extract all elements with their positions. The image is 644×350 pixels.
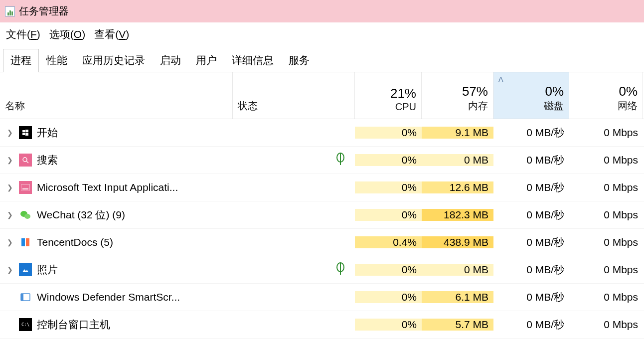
process-row[interactable]: ❯照片0%0 MB0 MB/秒0 Mbps [0,256,644,284]
process-name: TencentDocs (5) [37,236,113,248]
header-cpu[interactable]: 21% CPU [355,72,422,119]
header-memory-percent: 57% [427,84,488,99]
process-disk-cell: 0 MB/秒 [493,126,569,140]
process-name: 开始 [37,126,58,140]
svg-rect-13 [26,238,29,246]
process-name-cell[interactable]: ❯照片 [0,263,233,277]
process-name: 照片 [37,263,58,277]
keyboard-icon [19,181,32,194]
process-name: 搜索 [37,153,58,167]
svg-rect-3 [25,133,28,136]
process-network-cell: 0 Mbps [569,236,643,248]
process-cpu-cell: 0% [355,209,422,221]
window-title: 任务管理器 [19,4,69,18]
process-name-cell[interactable]: ❯开始 [0,126,233,140]
header-name-label: 名称 [5,99,227,113]
start-icon [19,126,32,139]
process-name-cell[interactable]: ❯WeChat (32 位) (9) [0,208,233,222]
process-disk-cell: 0 MB/秒 [493,263,569,277]
header-network-percent: 0% [574,84,638,99]
defender-icon [19,291,32,304]
process-name: Windows Defender SmartScr... [37,291,180,303]
console-icon: C:\ [19,318,32,331]
process-name-cell[interactable]: Windows Defender SmartScr... [0,291,233,304]
header-disk-percent: 0% [498,84,564,99]
process-status-cell [233,262,355,278]
menubar: 文件(F) 选项(O) 查看(V) [0,22,644,48]
leaf-suspended-icon [335,262,346,278]
process-name-cell[interactable]: ❯Microsoft Text Input Applicati... [0,181,233,194]
process-row[interactable]: ❯WeChat (32 位) (9)0%182.3 MB0 MB/秒0 Mbps [0,201,644,229]
header-network[interactable]: 0% 网络 [569,72,643,119]
menu-view[interactable]: 查看(V) [92,25,131,43]
expand-chevron-icon[interactable]: ❯ [6,156,14,164]
search-icon [19,154,32,167]
tab-5[interactable]: 详细信息 [224,49,281,72]
svg-rect-2 [22,133,25,135]
header-disk[interactable]: ᐱ 0% 磁盘 [493,72,569,119]
expand-chevron-icon[interactable]: ❯ [6,129,14,137]
tab-4[interactable]: 用户 [188,49,224,72]
process-cpu-cell: 0% [355,127,422,139]
tab-3[interactable]: 启动 [153,49,188,72]
svg-rect-14 [21,266,29,274]
tab-6[interactable]: 服务 [281,49,317,72]
process-memory-cell: 12.6 MB [422,181,493,193]
process-row[interactable]: ❯搜索0%0 MB0 MB/秒0 Mbps [0,147,644,174]
expand-chevron-icon[interactable]: ❯ [6,183,14,191]
svg-rect-8 [21,184,30,190]
process-disk-cell: 0 MB/秒 [493,208,569,222]
header-network-label: 网络 [574,99,638,113]
process-cpu-cell: 0% [355,154,422,166]
process-disk-cell: 0 MB/秒 [493,235,569,249]
process-row[interactable]: ❯开始0%9.1 MB0 MB/秒0 Mbps [0,119,644,147]
process-name: Microsoft Text Input Applicati... [37,181,178,193]
process-row[interactable]: Windows Defender SmartScr...0%6.1 MB0 MB… [0,284,644,311]
process-disk-cell: 0 MB/秒 [493,153,569,167]
leaf-suspended-icon [335,153,346,168]
process-name-cell[interactable]: C:\控制台窗口主机 [0,318,233,332]
process-memory-cell: 182.3 MB [422,209,493,221]
process-row[interactable]: C:\控制台窗口主机0%5.7 MB0 MB/秒0 Mbps [0,311,644,339]
process-memory-cell: 438.9 MB [422,236,493,248]
process-memory-cell: 9.1 MB [422,127,493,139]
header-memory[interactable]: 57% 内存 [422,72,493,119]
svg-rect-9 [22,188,28,189]
header-status[interactable]: 状态 [233,72,355,119]
svg-rect-12 [21,238,25,246]
header-name[interactable]: 名称 [0,72,233,119]
process-cpu-cell: 0% [355,291,422,303]
titlebar[interactable]: 任务管理器 [0,0,644,22]
process-row[interactable]: ❯TencentDocs (5)0.4%438.9 MB0 MB/秒0 Mbps [0,229,644,256]
process-memory-cell: 5.7 MB [422,319,493,331]
svg-point-4 [23,158,27,162]
header-memory-label: 内存 [427,99,488,113]
tab-2[interactable]: 应用历史记录 [75,49,153,72]
expand-chevron-icon[interactable]: ❯ [6,238,14,246]
process-name-cell[interactable]: ❯搜索 [0,153,233,167]
process-network-cell: 0 Mbps [569,181,643,193]
process-memory-cell: 0 MB [422,264,493,276]
expand-chevron-icon[interactable]: ❯ [6,211,14,219]
process-memory-cell: 6.1 MB [422,291,493,303]
process-row[interactable]: ❯Microsoft Text Input Applicati...0%12.6… [0,174,644,201]
header-cpu-percent: 21% [360,86,416,101]
process-disk-cell: 0 MB/秒 [493,180,569,194]
tab-0[interactable]: 进程 [3,49,39,72]
svg-text:C:\: C:\ [21,322,29,327]
expand-chevron-icon[interactable]: ❯ [6,266,14,274]
svg-rect-19 [21,294,23,301]
process-disk-cell: 0 MB/秒 [493,318,569,332]
svg-rect-1 [25,130,28,132]
process-network-cell: 0 Mbps [569,319,643,331]
process-name-cell[interactable]: ❯TencentDocs (5) [0,236,233,249]
process-memory-cell: 0 MB [422,154,493,166]
process-cpu-cell: 0% [355,319,422,331]
menu-file[interactable]: 文件(F) [4,25,42,43]
process-cpu-cell: 0% [355,181,422,193]
tab-1[interactable]: 性能 [39,49,75,72]
svg-point-11 [24,214,30,219]
menu-options[interactable]: 选项(O) [47,25,87,43]
header-cpu-label: CPU [360,101,416,113]
process-network-cell: 0 Mbps [569,264,643,276]
